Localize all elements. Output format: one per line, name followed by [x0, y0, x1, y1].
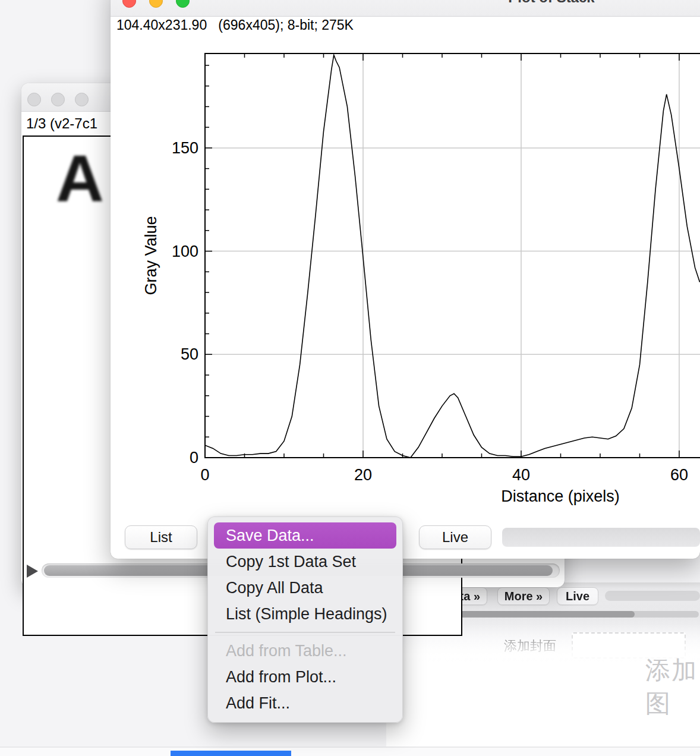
plot-side-track[interactable]: [502, 528, 700, 547]
live-button[interactable]: Live: [419, 525, 491, 549]
bottom-strip: [0, 748, 700, 756]
close-icon[interactable]: [122, 0, 136, 8]
svg-text:0: 0: [200, 466, 209, 484]
add-figure-label: 添加图: [645, 654, 700, 720]
background-button-live[interactable]: Live: [557, 587, 598, 605]
menu-item-copy-all-data[interactable]: Copy All Data: [208, 575, 402, 601]
zoom-icon[interactable]: [75, 93, 89, 106]
menu-item-save-data[interactable]: Save Data...: [214, 522, 396, 549]
zoom-icon[interactable]: [176, 0, 190, 8]
svg-text:60: 60: [670, 466, 688, 484]
close-icon[interactable]: [27, 93, 41, 106]
image-content-letter: A: [56, 140, 104, 217]
context-menu: Save Data...Copy 1st Data SetCopy All Da…: [207, 516, 403, 723]
window-title: Plot of Stack: [478, 0, 625, 5]
minimize-icon[interactable]: [149, 0, 163, 8]
plot-of-stack-window: Plot of Stack 104.40x231.90 (696x405); 8…: [111, 0, 700, 559]
menu-item-add-fit[interactable]: Add Fit...: [208, 690, 402, 716]
list-button[interactable]: List: [125, 525, 197, 549]
minimize-icon[interactable]: [51, 93, 65, 106]
svg-text:Gray Value: Gray Value: [142, 216, 160, 295]
svg-text:Distance (pixels): Distance (pixels): [501, 487, 620, 505]
svg-text:100: 100: [172, 242, 198, 260]
profile-plot: 0501001500204060Distance (pixels)Gray Va…: [111, 31, 700, 512]
background-button-more[interactable]: More »: [497, 587, 550, 605]
bottom-blue-bar: [171, 751, 291, 756]
play-icon[interactable]: [27, 565, 38, 578]
menu-item-add-from-table: Add from Table...: [208, 638, 402, 664]
svg-text:20: 20: [354, 466, 372, 484]
svg-text:50: 50: [181, 345, 198, 363]
plot-window-titlebar[interactable]: Plot of Stack: [111, 0, 700, 17]
svg-text:0: 0: [190, 449, 198, 467]
desktop: { "colors": { "menu_highlight": "#ae4fc4…: [0, 0, 700, 756]
menu-item-copy-1st-data-set[interactable]: Copy 1st Data Set: [208, 549, 402, 575]
menu-item-list-simple-headings[interactable]: List (Simple Headings): [208, 601, 402, 627]
menu-item-add-from-plot[interactable]: Add from Plot...: [208, 664, 402, 690]
menu-separator: [215, 632, 395, 633]
background-side-track[interactable]: [605, 591, 700, 601]
svg-text:150: 150: [172, 139, 198, 157]
svg-text:40: 40: [512, 466, 530, 484]
